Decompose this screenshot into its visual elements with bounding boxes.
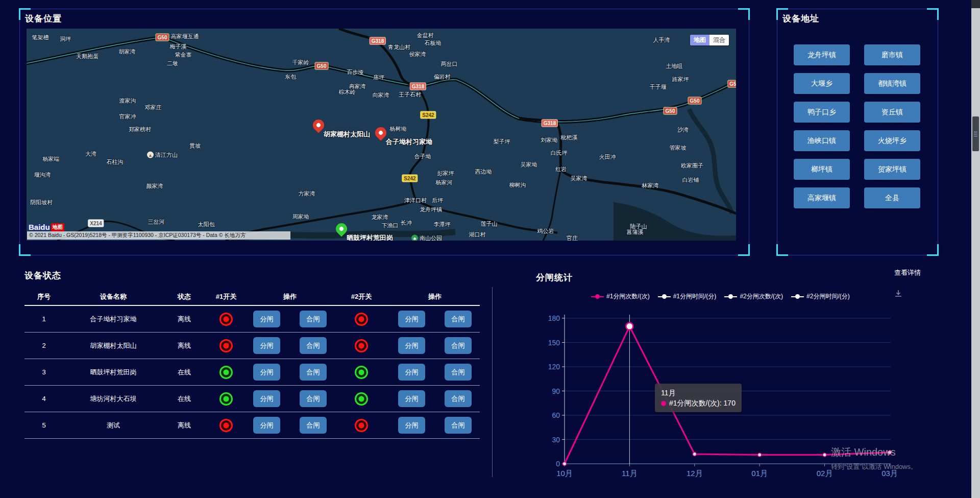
close-switch1-button-row3[interactable]: 合闸 (300, 364, 327, 381)
open-switch1-button-row3[interactable]: 分闸 (253, 364, 280, 381)
map-marker-label: 胡家棚村太阳山 (324, 130, 370, 139)
switch2-led-cell (333, 339, 390, 352)
close-switch2-button-row4[interactable]: 合闸 (445, 390, 472, 407)
attraction-icon: ▲ (147, 152, 154, 158)
switch2-led-indicator (355, 313, 368, 326)
switch2-led-indicator (355, 392, 368, 406)
address-button-3[interactable]: 大堰乡 (794, 73, 850, 94)
scrollbar-thumb[interactable] (972, 116, 979, 151)
address-panel-title: 设备地址 (782, 13, 819, 25)
download-icon[interactable] (893, 289, 903, 301)
map-place-label: 梨子坪 (494, 138, 510, 146)
close-switch2-button-row5[interactable]: 合闸 (445, 417, 472, 434)
address-button-11[interactable]: 高家堰镇 (794, 187, 850, 208)
map-place-label: 石板坳 (425, 39, 442, 47)
map-place-label: 向家湾 (373, 91, 389, 99)
map-place-label: 龙舟坪镇 (420, 206, 442, 214)
open-switch2-button-row1[interactable]: 分闸 (398, 311, 425, 327)
map-place-label: 杨家端 (43, 155, 60, 163)
device-status: 在线 (163, 394, 205, 404)
close-switch1-button-row5[interactable]: 合闸 (300, 417, 327, 434)
device-location-panel: 设备位置 地图 混合 Baidu (19, 9, 749, 255)
device-address-panel: 设备地址 龙舟坪镇磨市镇大堰乡都镇湾镇鸭子口乡资丘镇渔峡口镇火烧坪乡榔坪镇贺家坪… (777, 9, 938, 255)
open-switch2-button-row3[interactable]: 分闸 (398, 364, 425, 381)
legend-marker-icon (591, 294, 604, 299)
legend-item[interactable]: #1分闸时间/(分) (658, 292, 717, 301)
column-header: 序号 (24, 292, 63, 301)
map-place-label: 邓家庄 (145, 104, 162, 111)
switch2-led-cell (333, 419, 390, 432)
address-button-4[interactable]: 都镇湾镇 (864, 73, 920, 94)
switch1-led-indicator (219, 392, 233, 406)
map-place-label: 梅子溪 (170, 43, 187, 51)
baidu-map[interactable]: 地图 混合 Baidu 地图 © 2021 Baidu - GS(2019)52… (27, 29, 736, 241)
map-type-map-option[interactable]: 地图 (690, 35, 709, 45)
close-switch1-button-row2[interactable]: 合闸 (300, 337, 327, 354)
address-button-1[interactable]: 龙舟坪镇 (794, 44, 850, 65)
map-place-label: 偏岩村 (434, 73, 451, 81)
address-button-9[interactable]: 榔坪镇 (794, 159, 850, 180)
close-switch1-button-row4[interactable]: 合闸 (300, 390, 327, 407)
device-name: 测试 (63, 421, 163, 430)
close-switch2-button-row3[interactable]: 合闸 (445, 364, 472, 381)
open-switch2-button-row5[interactable]: 分闸 (398, 417, 425, 434)
svg-text:120: 120 (548, 363, 560, 371)
map-place-label: 百步垭 (347, 68, 364, 76)
address-button-8[interactable]: 火烧坪乡 (864, 130, 920, 151)
operation-cell: 分闸合闸 (390, 390, 480, 407)
open-switch1-button-row5[interactable]: 分闸 (253, 417, 280, 434)
map-place-label: 胡家湾 (119, 48, 136, 56)
table-row: 5测试离线分闸合闸分闸合闸 (24, 412, 480, 439)
open-switch1-button-row4[interactable]: 分闸 (253, 390, 280, 407)
map-place-label: 彭家坪 (437, 170, 454, 177)
map-place-label: 青龙山村 (388, 43, 410, 51)
operation-cell: 分闸合闸 (390, 417, 480, 434)
legend-marker-icon (791, 294, 804, 299)
map-place-label: 官家冲 (119, 113, 136, 121)
map-type-hybrid-option[interactable]: 混合 (709, 35, 729, 45)
map-place-label: 两岔口 (441, 60, 458, 68)
map-place-label: 莲子山 (481, 220, 498, 228)
switch1-led-indicator (219, 339, 233, 352)
address-button-6[interactable]: 资丘镇 (864, 102, 920, 123)
close-switch1-button-row1[interactable]: 合闸 (300, 311, 327, 327)
switch2-led-cell (333, 366, 390, 379)
chart-legend: #1分闸次数/(次)#1分闸时间/(分)#2分闸次数/(次)#2分闸时间/(分) (591, 292, 850, 301)
svg-text:0: 0 (556, 460, 560, 468)
chart-section-title: 分闸统计 (536, 272, 573, 283)
legend-item[interactable]: #2分闸时间/(分) (791, 292, 850, 301)
column-header: #1开关 (205, 292, 247, 301)
close-switch2-button-row1[interactable]: 合闸 (445, 311, 472, 327)
address-button-5[interactable]: 鸭子口乡 (794, 102, 850, 123)
address-button-2[interactable]: 磨市镇 (864, 44, 920, 65)
open-switch2-button-row4[interactable]: 分闸 (398, 390, 425, 407)
close-switch2-button-row2[interactable]: 合闸 (445, 337, 472, 354)
address-button-12[interactable]: 全县 (864, 187, 920, 208)
legend-item[interactable]: #1分闸次数/(次) (591, 292, 650, 301)
svg-text:01月: 01月 (751, 469, 768, 478)
open-switch2-button-row2[interactable]: 分闸 (398, 337, 425, 354)
road-badge: S242 (420, 111, 436, 119)
view-detail-link[interactable]: 查看详情 (894, 268, 921, 277)
road-badge: G50 (688, 97, 702, 105)
map-copyright: © 2021 Baidu - GS(2019)5218号 - 甲测资字11009… (27, 231, 290, 240)
operation-cell: 分闸合闸 (390, 364, 480, 381)
open-switch1-button-row2[interactable]: 分闸 (253, 337, 280, 354)
map-place-label: 津洋口村 (404, 197, 427, 204)
page-scrollbar[interactable] (971, 0, 980, 498)
address-button-7[interactable]: 渔峡口镇 (794, 130, 850, 151)
map-place-label: 洞坪 (60, 35, 71, 43)
dashboard: 设备位置 地图 混合 Baidu (0, 0, 980, 498)
open-switch1-button-row1[interactable]: 分闸 (253, 311, 280, 327)
map-place-label: 官庄 (567, 234, 578, 241)
table-row: 1合子坳村习家坳离线分闸合闸分闸合闸 (24, 306, 480, 333)
switch1-led-indicator (219, 366, 233, 379)
map-place-label: 柳树沟 (509, 181, 526, 189)
switch2-led-cell (333, 392, 390, 406)
road-badge: G318 (410, 83, 426, 90)
map-place-label: 土地咀 (666, 62, 683, 70)
address-button-10[interactable]: 贺家坪镇 (864, 159, 920, 180)
legend-item[interactable]: #2分闸次数/(次) (724, 292, 783, 301)
map-poi-attraction: ▲清江方山 (147, 151, 178, 159)
map-place-label: 紫金寨 (175, 51, 192, 59)
